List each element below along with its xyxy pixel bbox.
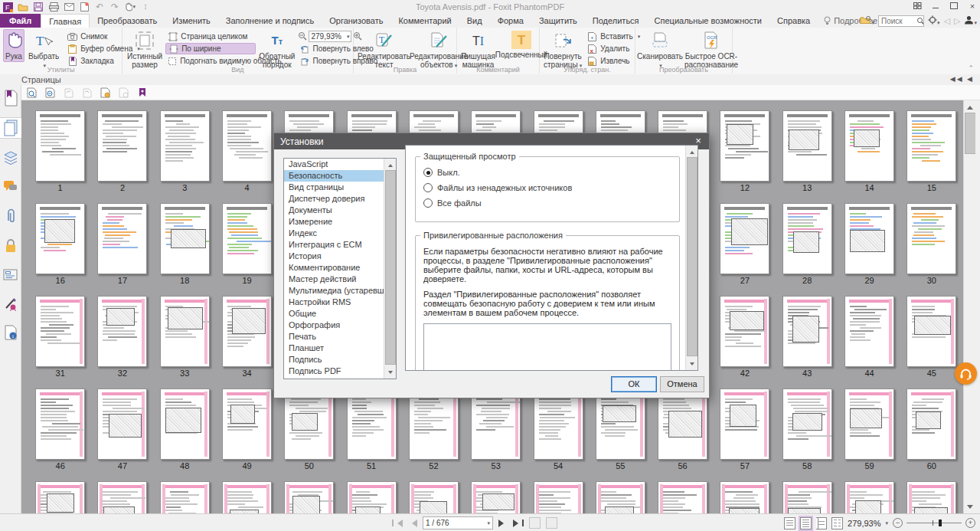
- edit-objects-button[interactable]: Редактирование объектов▾: [414, 29, 463, 71]
- page-thumbnail[interactable]: [720, 296, 769, 367]
- settings-gear-icon[interactable]: ▾: [928, 15, 940, 26]
- ribbon-tab[interactable]: Преобразовать: [90, 14, 165, 28]
- hand-tool-button[interactable]: Рука: [3, 29, 24, 62]
- preferences-category-item[interactable]: JavaScript: [284, 159, 384, 170]
- preferences-category-item[interactable]: Подпись PDF: [284, 365, 384, 377]
- page-thumbnail[interactable]: [35, 296, 85, 367]
- scrollbar-thumb[interactable]: [687, 157, 697, 356]
- page-thumbnail[interactable]: [844, 481, 894, 513]
- page-thumbnail[interactable]: [160, 203, 210, 274]
- zoom-in-thumbnails-icon[interactable]: [26, 87, 38, 98]
- protected-view-option[interactable]: Выкл.: [423, 168, 671, 177]
- page-thumbnail[interactable]: [35, 481, 85, 513]
- actual-size-button[interactable]: Истинный размер: [125, 29, 165, 70]
- open-file-icon[interactable]: [18, 2, 28, 12]
- search-box[interactable]: [878, 15, 924, 27]
- file-info-icon[interactable]: i: [0, 323, 21, 343]
- preferences-category-item[interactable]: Безопасность: [284, 170, 384, 182]
- continuous-facing-view-icon[interactable]: [831, 517, 843, 529]
- privileged-locations-list[interactable]: [423, 323, 671, 371]
- facing-view-icon[interactable]: [816, 517, 827, 529]
- zoom-percentage[interactable]: 279,93%: [848, 519, 880, 528]
- ribbon-tab[interactable]: Комментарий: [390, 14, 459, 28]
- page-thumbnail[interactable]: [97, 481, 147, 513]
- page-thumbnail[interactable]: [97, 296, 147, 367]
- tab-file[interactable]: Файл: [0, 14, 41, 28]
- detail-panel-scrollbar[interactable]: [685, 146, 697, 370]
- scrollbar-thumb[interactable]: [385, 170, 396, 365]
- page-thumbnail[interactable]: [906, 388, 956, 460]
- page-thumbnail[interactable]: [222, 296, 272, 367]
- page-thumbnail[interactable]: [658, 388, 707, 460]
- scroll-up-icon[interactable]: [384, 159, 396, 169]
- radio-button[interactable]: [423, 183, 433, 192]
- ribbon-tab[interactable]: Организовать: [322, 14, 390, 28]
- signatures-panel-icon[interactable]: [0, 293, 21, 313]
- preferences-category-item[interactable]: Диспетчер доверия: [284, 193, 384, 205]
- search-input[interactable]: [879, 16, 916, 26]
- page-thumbnail[interactable]: [844, 388, 894, 460]
- preferences-category-item[interactable]: Орфография: [284, 320, 384, 331]
- radio-button[interactable]: [423, 168, 433, 177]
- scrollbar-thumb[interactable]: [965, 113, 976, 154]
- scroll-down-icon[interactable]: [384, 368, 396, 379]
- preferences-category-item[interactable]: Документы: [284, 205, 384, 216]
- page-thumbnail[interactable]: [160, 388, 210, 460]
- extract-pages-button[interactable]: Извлечь: [585, 55, 642, 67]
- page-thumbnail[interactable]: [782, 110, 832, 182]
- single-page-view-icon[interactable]: [784, 517, 795, 529]
- page-thumbnail[interactable]: [720, 481, 769, 513]
- ribbon-tab[interactable]: Форма: [490, 14, 531, 28]
- page-thumbnail[interactable]: [222, 110, 272, 182]
- bookmarks-panel-icon[interactable]: [0, 88, 21, 108]
- preferences-category-list[interactable]: JavaScriptБезопасностьВид страницыДиспет…: [283, 158, 397, 379]
- page-thumbnail[interactable]: [844, 110, 894, 182]
- collapse-panel-icons[interactable]: ◀◀ ◀: [950, 75, 974, 83]
- email-icon[interactable]: [64, 2, 74, 12]
- ribbon-tab[interactable]: Заполнение и подпись: [218, 14, 322, 28]
- maximize-button[interactable]: [949, 2, 959, 10]
- protected-view-option[interactable]: Файлы из ненадежных источников: [423, 183, 671, 192]
- minimize-button[interactable]: [931, 2, 940, 10]
- vertical-scrollbar[interactable]: [963, 100, 976, 513]
- page-thumbnail[interactable]: [97, 203, 147, 274]
- ribbon-tab[interactable]: Справка: [769, 14, 818, 28]
- page-thumbnail[interactable]: [534, 388, 583, 460]
- page-thumbnail[interactable]: [782, 203, 832, 274]
- attachments-panel-icon[interactable]: [0, 206, 21, 226]
- insert-pages-button[interactable]: + Вставить▾: [585, 31, 642, 42]
- ribbon-tab[interactable]: Изменить: [165, 14, 218, 28]
- preferences-category-item[interactable]: Общие: [284, 308, 384, 320]
- page-thumbnail[interactable]: [596, 388, 645, 460]
- select-tool-button[interactable]: T Выбрать▾: [26, 29, 61, 71]
- page-thumbnail[interactable]: [906, 296, 956, 367]
- page-thumbnail[interactable]: [409, 481, 459, 513]
- layers-panel-icon[interactable]: [0, 148, 21, 168]
- typewriter-button[interactable]: TI Пишущая машинка: [459, 29, 498, 70]
- delete-pages-button[interactable]: x Удалить: [585, 43, 642, 54]
- page-thumbnail[interactable]: [160, 481, 210, 513]
- page-thumbnail[interactable]: [160, 296, 210, 367]
- continuous-view-icon[interactable]: [800, 517, 812, 529]
- page-thumbnail[interactable]: [471, 481, 521, 513]
- new-document-icon[interactable]: [79, 2, 90, 12]
- zoom-in-slider-icon[interactable]: +: [965, 518, 975, 528]
- fit-width-button[interactable]: По ширине: [165, 43, 256, 54]
- security-panel-icon[interactable]: [0, 235, 21, 255]
- preferences-category-item[interactable]: Подпись: [284, 354, 384, 365]
- fit-visible-button[interactable]: Подогнать видимую область: [165, 55, 256, 67]
- comments-panel-icon[interactable]: [0, 177, 21, 197]
- page-thumbnail[interactable]: [782, 481, 832, 513]
- page-thumbnail[interactable]: [720, 203, 769, 274]
- preferences-category-item[interactable]: Планшет: [284, 343, 384, 354]
- page-thumbnail[interactable]: [906, 481, 956, 513]
- page-thumbnail[interactable]: [35, 388, 85, 460]
- customize-toolbar-icon[interactable]: ᎒: [140, 2, 151, 12]
- account-icon[interactable]: ▾: [964, 15, 977, 26]
- radio-button[interactable]: [423, 198, 433, 208]
- ocr-button[interactable]: OCR Быстрое OCR-распознавание: [684, 29, 738, 70]
- ribbon-tab[interactable]: Вид: [459, 14, 490, 28]
- find-options-icon[interactable]: ▾: [860, 15, 875, 26]
- highlight-button[interactable]: T Подсвеченный: [499, 29, 544, 61]
- page-thumbnail[interactable]: [97, 388, 147, 460]
